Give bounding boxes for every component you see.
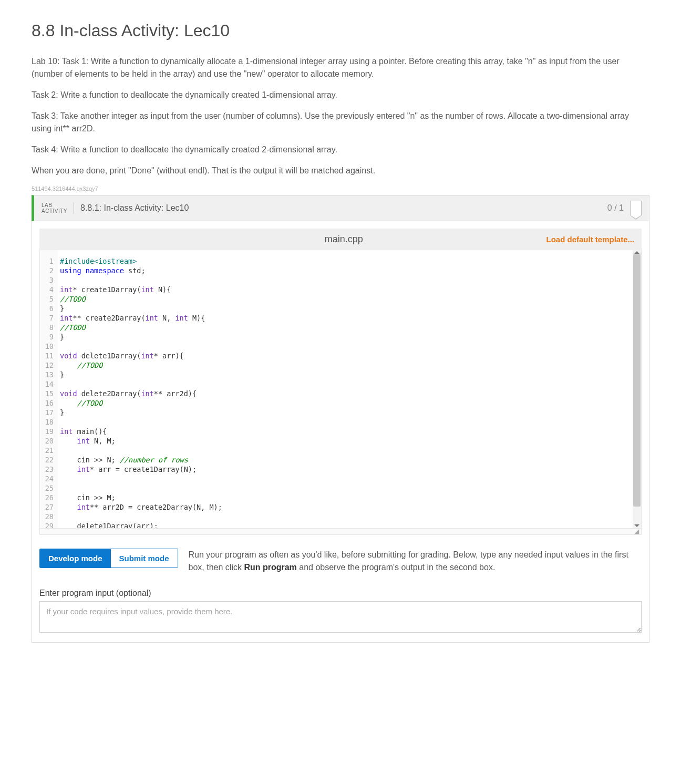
task-2: Task 2: Write a function to deallocate t… bbox=[32, 89, 649, 101]
task-4: Task 4: Write a function to deallocate t… bbox=[32, 143, 649, 156]
program-input[interactable] bbox=[39, 601, 642, 633]
develop-mode-button[interactable]: Develop mode bbox=[40, 549, 111, 568]
task-1: Lab 10: Task 1: Write a function to dyna… bbox=[32, 55, 649, 80]
program-input-label: Enter program input (optional) bbox=[39, 589, 642, 598]
lab-header-bar: LAB ACTIVITY 8.8.1: In-class Activity: L… bbox=[32, 195, 649, 221]
scroll-thumb[interactable] bbox=[633, 254, 641, 507]
scroll-up-icon[interactable] bbox=[634, 251, 639, 254]
lab-score: 0 / 1 bbox=[607, 203, 624, 213]
lab-activity-label: LAB ACTIVITY bbox=[42, 202, 74, 214]
code-editor[interactable]: 1234567891011121314151617181920212223242… bbox=[39, 250, 642, 529]
editor-panel: main.cpp Load default template... 123456… bbox=[32, 221, 649, 643]
mode-instructions: Run your program as often as you'd like,… bbox=[189, 549, 642, 574]
resize-handle-icon[interactable]: ◢ bbox=[39, 529, 642, 535]
task-done-note: When you are done, print "Done" (without… bbox=[32, 164, 649, 177]
task-3: Task 3: Take another integer as input fr… bbox=[32, 110, 649, 135]
file-name: main.cpp bbox=[141, 234, 546, 245]
submit-mode-button[interactable]: Submit mode bbox=[111, 549, 178, 568]
mode-toggle: Develop mode Submit mode bbox=[39, 549, 178, 568]
lab-title: 8.8.1: In-class Activity: Lec10 bbox=[80, 203, 189, 213]
page-title: 8.8 In-class Activity: Lec10 bbox=[32, 21, 649, 40]
bookmark-icon[interactable] bbox=[630, 201, 642, 215]
line-number-gutter: 1234567891011121314151617181920212223242… bbox=[40, 250, 58, 528]
scrollbar-vertical[interactable] bbox=[633, 250, 641, 528]
scroll-down-icon[interactable] bbox=[634, 524, 639, 527]
code-content[interactable]: #include<iostream>using namespace std; i… bbox=[58, 250, 641, 528]
meta-id: 511494.3216444.qx3zqy7 bbox=[32, 185, 649, 192]
load-default-template-link[interactable]: Load default template... bbox=[546, 235, 634, 244]
